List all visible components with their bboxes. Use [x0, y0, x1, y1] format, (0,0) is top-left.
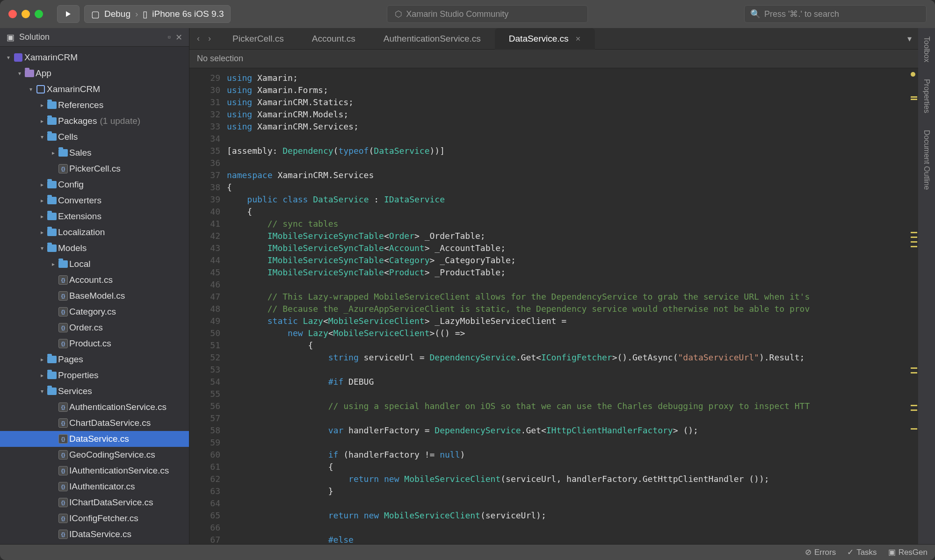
status-tasks[interactable]: ✓ Tasks — [847, 547, 877, 557]
tree-item-authenticationservice-cs[interactable]: {}AuthenticationService.cs — [0, 399, 189, 415]
chevron-down-icon[interactable]: ▾ — [38, 245, 46, 251]
minimap-marker — [911, 409, 917, 411]
tab-authenticationservice-cs[interactable]: AuthenticationService.cs — [370, 28, 495, 50]
chevron-down-icon[interactable]: ▾ — [38, 388, 46, 395]
tree-item-dataservice-cs[interactable]: {}DataService.cs — [0, 431, 189, 447]
tree-item-iconfigfetcher-cs[interactable]: {}IConfigFetcher.cs — [0, 510, 189, 526]
tree-item-pages[interactable]: ▸Pages — [0, 352, 189, 367]
tree-item-references[interactable]: ▸References — [0, 97, 189, 113]
chevron-right-icon[interactable]: ▸ — [50, 150, 57, 156]
tree-item-properties[interactable]: ▸Properties — [0, 367, 189, 383]
chevron-down-icon[interactable]: ▾ — [16, 70, 23, 77]
tree-item-label: IChartDataService.cs — [69, 497, 153, 508]
tree-item-label: Converters — [58, 195, 101, 206]
undock-icon[interactable]: ▫ — [168, 32, 171, 42]
status-resgen[interactable]: ▣ ResGen — [888, 547, 928, 557]
minimize-window-button[interactable] — [22, 10, 30, 18]
maximize-window-button[interactable] — [35, 10, 43, 18]
nav-forward-button[interactable]: › — [205, 32, 214, 45]
minimap[interactable] — [907, 68, 918, 544]
xamarin-icon: ⬡ — [395, 9, 402, 19]
tree-item-label: Packages — [58, 116, 97, 126]
tree-item-account-cs[interactable]: {}Account.cs — [0, 272, 189, 288]
csharp-file-icon: {} — [57, 466, 69, 475]
folder-icon — [46, 181, 58, 188]
status-errors[interactable]: ⊘ Errors — [805, 547, 836, 557]
tree-item-local[interactable]: ▸Local — [0, 256, 189, 272]
dock-toolbox[interactable]: Toolbox — [922, 33, 931, 66]
tree-item-converters[interactable]: ▸Converters — [0, 193, 189, 208]
tree-item-product-cs[interactable]: {}Product.cs — [0, 336, 189, 352]
status-errors-label: Errors — [814, 548, 836, 557]
tree-item-label: Order.cs — [69, 323, 103, 333]
run-button[interactable] — [57, 5, 80, 23]
tree-item-localization[interactable]: ▸Localization — [0, 224, 189, 240]
run-configuration[interactable]: ▢ Debug › ▯ iPhone 6s iOS 9.3 — [84, 5, 231, 23]
tab-strip: ‹ › PickerCell.csAccount.csAuthenticatio… — [189, 28, 918, 50]
tree-item-basemodel-cs[interactable]: {}BaseModel.cs — [0, 288, 189, 304]
chevron-down-icon[interactable]: ▾ — [27, 86, 35, 93]
chevron-down-icon[interactable]: ▾ — [5, 54, 12, 61]
dock-document-outline[interactable]: Document Outline — [922, 126, 931, 194]
breadcrumb-bar[interactable]: No selection — [189, 50, 918, 68]
tree-item-cells[interactable]: ▾Cells — [0, 129, 189, 145]
tree-item-label: References — [58, 100, 103, 110]
chevron-right-icon[interactable]: ▸ — [38, 213, 46, 220]
chevron-right-icon[interactable]: ▸ — [38, 197, 46, 204]
chevron-right-icon[interactable]: ▸ — [38, 181, 46, 188]
chevron-right-icon[interactable]: ▸ — [38, 229, 46, 236]
tree-item-pickercell-cs[interactable]: {}PickerCell.cs — [0, 161, 189, 177]
minimap-marker — [911, 367, 917, 369]
tree-item-iauthenticator-cs[interactable]: {}IAuthenticator.cs — [0, 479, 189, 495]
chevron-right-icon[interactable]: ▸ — [38, 102, 46, 108]
tree-item-label: Services — [58, 386, 92, 396]
solution-tree[interactable]: ▾XamarinCRM▾App▾XamarinCRM▸References▸Pa… — [0, 47, 189, 544]
global-search[interactable]: 🔍 Press '⌘.' to search — [744, 5, 927, 23]
chevron-right-icon[interactable]: ▸ — [50, 261, 57, 267]
chevron-right-icon[interactable]: ▸ — [38, 372, 46, 379]
solution-sidebar: ▣ Solution ▫ ✕ ▾XamarinCRM▾App▾XamarinCR… — [0, 28, 189, 544]
tree-item-chartdataservice-cs[interactable]: {}ChartDataService.cs — [0, 415, 189, 431]
minimap-marker — [911, 99, 917, 100]
tree-item-services[interactable]: ▾Services — [0, 383, 189, 399]
dock-properties[interactable]: Properties — [922, 75, 931, 117]
tree-item-xamarincrm[interactable]: ▾XamarinCRM — [0, 81, 189, 97]
chevron-down-icon[interactable]: ▾ — [38, 134, 46, 140]
tree-item-extensions[interactable]: ▸Extensions — [0, 208, 189, 224]
tree-item-iauthenticationservice-cs[interactable]: {}IAuthenticationService.cs — [0, 463, 189, 479]
tree-item-config[interactable]: ▸Config — [0, 177, 189, 193]
code-editor[interactable]: using Xamarin;using Xamarin.Forms;using … — [227, 68, 907, 544]
folder-icon — [46, 229, 58, 236]
tree-item-order-cs[interactable]: {}Order.cs — [0, 320, 189, 336]
tree-item-packages[interactable]: ▸Packages(1 update) — [0, 113, 189, 129]
tree-item-idataservice-cs[interactable]: {}IDataService.cs — [0, 526, 189, 542]
close-tab-icon[interactable]: ✕ — [575, 35, 581, 43]
tree-item-label: Pages — [58, 354, 83, 365]
tree-item-label: IAuthenticator.cs — [69, 481, 135, 492]
minimap-marker — [911, 96, 917, 98]
nav-back-button[interactable]: ‹ — [194, 32, 203, 45]
right-dock: Toolbox Properties Document Outline — [918, 28, 935, 544]
status-resgen-label: ResGen — [899, 548, 928, 557]
csharp-file-icon: {} — [57, 291, 69, 301]
tree-item-label: AuthenticationService.cs — [69, 402, 167, 412]
tree-item-label: GeoCodingService.cs — [69, 450, 155, 460]
tree-item-geocodingservice-cs[interactable]: {}GeoCodingService.cs — [0, 447, 189, 463]
tab-pickercell-cs[interactable]: PickerCell.cs — [218, 28, 298, 50]
tab-account-cs[interactable]: Account.cs — [298, 28, 370, 50]
tree-item-sales[interactable]: ▸Sales — [0, 145, 189, 161]
close-icon[interactable]: ✕ — [175, 32, 182, 43]
tree-item-models[interactable]: ▾Models — [0, 240, 189, 256]
tree-item-xamarincrm[interactable]: ▾XamarinCRM — [0, 50, 189, 65]
chevron-right-icon[interactable]: ▸ — [38, 118, 46, 124]
tree-item-ichartdataservice-cs[interactable]: {}IChartDataService.cs — [0, 495, 189, 510]
csharp-file-icon: {} — [57, 402, 69, 412]
tab-dataservice-cs[interactable]: DataService.cs✕ — [495, 28, 595, 50]
chevron-right-icon[interactable]: ▸ — [38, 356, 46, 363]
tree-item-category-cs[interactable]: {}Category.cs — [0, 304, 189, 320]
tree-item-app[interactable]: ▾App — [0, 65, 189, 81]
tab-overflow-button[interactable]: ▾ — [901, 34, 918, 44]
close-window-button[interactable] — [8, 10, 17, 18]
tab-label: Account.cs — [312, 34, 355, 44]
tree-item-label: IConfigFetcher.cs — [69, 513, 138, 524]
